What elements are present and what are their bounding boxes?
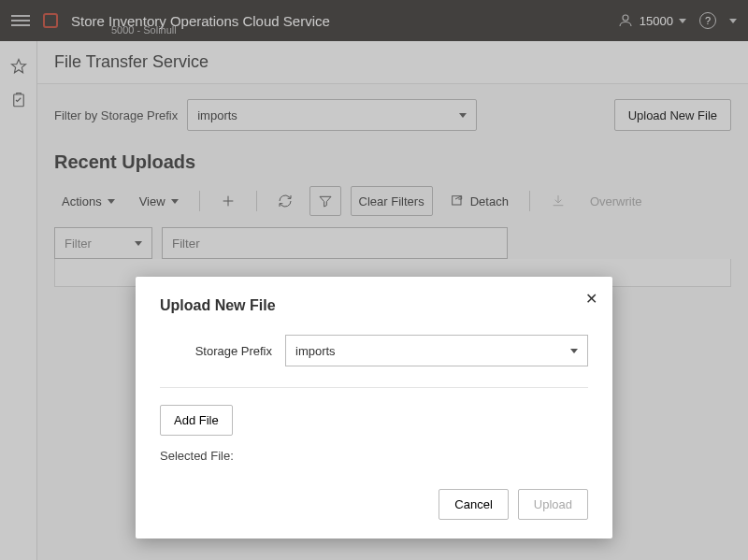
close-icon[interactable]: ✕	[585, 290, 597, 308]
selected-file-label: Selected File:	[160, 449, 588, 463]
modal-title: Upload New File	[160, 297, 588, 314]
storage-prefix-label: Storage Prefix	[160, 344, 272, 358]
upload-button: Upload	[518, 489, 588, 520]
upload-modal: ✕ Upload New File Storage Prefix imports…	[136, 277, 612, 538]
add-file-button[interactable]: Add File	[160, 405, 233, 436]
chevron-down-icon	[570, 349, 578, 353]
cancel-button[interactable]: Cancel	[439, 489, 508, 520]
storage-prefix-select[interactable]: imports	[285, 335, 588, 366]
divider	[160, 387, 588, 388]
